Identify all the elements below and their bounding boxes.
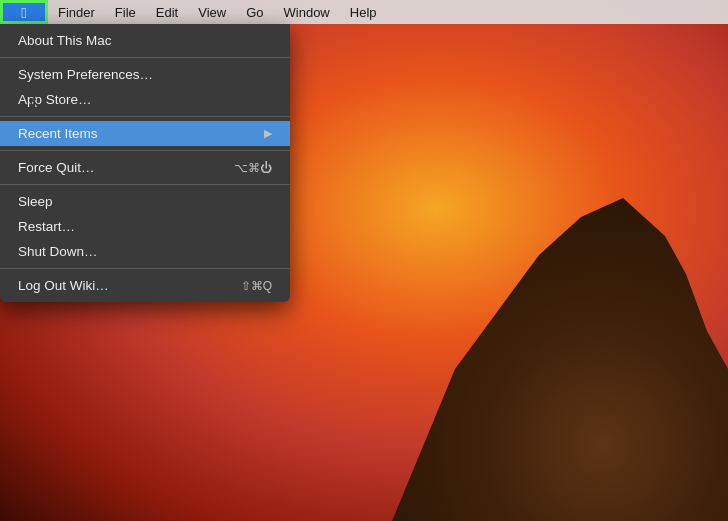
menubar-finder[interactable]: Finder — [48, 0, 105, 24]
menu-item-restart[interactable]: Restart… — [0, 214, 290, 239]
menu-item-app-store[interactable]: App Store… — [0, 87, 290, 112]
apple-menu-button[interactable]:  — [0, 0, 48, 24]
menu-item-logout[interactable]: Log Out Wiki… ⇧⌘Q — [0, 273, 290, 298]
menu-item-system-prefs[interactable]: System Preferences… — [0, 62, 290, 87]
apple-dropdown-menu: About This Mac System Preferences… App S… — [0, 24, 290, 302]
menubar-help[interactable]: Help — [340, 0, 387, 24]
menu-separator-3 — [0, 150, 290, 151]
menubar-file[interactable]: File — [105, 0, 146, 24]
menubar-items: Finder File Edit View Go Window Help — [48, 0, 387, 24]
menu-separator-4 — [0, 184, 290, 185]
menubar-window[interactable]: Window — [274, 0, 340, 24]
apple-icon:  — [21, 4, 26, 21]
menu-item-sleep[interactable]: Sleep — [0, 189, 290, 214]
submenu-arrow-icon: ▶ — [264, 127, 272, 140]
menu-separator-5 — [0, 268, 290, 269]
menu-item-force-quit[interactable]: Force Quit… ⌥⌘⏻ — [0, 155, 290, 180]
menubar-edit[interactable]: Edit — [146, 0, 188, 24]
menubar-view[interactable]: View — [188, 0, 236, 24]
logout-shortcut: ⇧⌘Q — [241, 279, 272, 293]
menu-separator-2 — [0, 116, 290, 117]
menu-separator-1 — [0, 57, 290, 58]
menubar-go[interactable]: Go — [236, 0, 273, 24]
menu-item-shutdown[interactable]: Shut Down… — [0, 239, 290, 264]
menu-item-about[interactable]: About This Mac — [0, 28, 290, 53]
menubar:  Finder File Edit View Go Window Help — [0, 0, 728, 24]
force-quit-shortcut: ⌥⌘⏻ — [234, 161, 272, 175]
menu-item-recent-items[interactable]: Recent Items ▶ — [0, 121, 290, 146]
